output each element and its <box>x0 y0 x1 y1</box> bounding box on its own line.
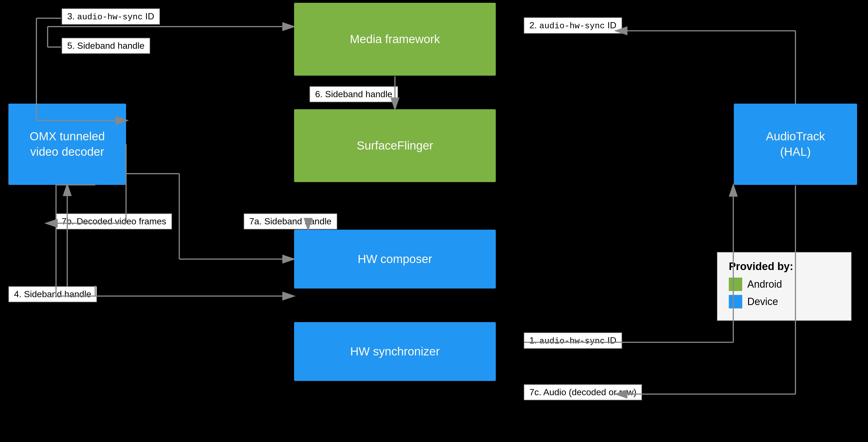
device-swatch <box>729 295 742 308</box>
label-7c-audio: 7c. Audio (decoded or raw) <box>524 384 642 400</box>
legend-title: Provided by: <box>729 260 840 273</box>
label-2-audio-hw-sync: 2. audio-hw-sync ID <box>524 18 622 34</box>
omx-label: OMX tunneledvideo decoder <box>30 129 105 159</box>
omx-block: OMX tunneledvideo decoder <box>8 104 126 185</box>
label-7b-decoded: 7b. Decoded video frames <box>56 214 172 229</box>
legend-device: Device <box>729 295 840 308</box>
surface-flinger-label: SurfaceFlinger <box>356 138 433 154</box>
android-label: Android <box>747 278 782 290</box>
device-label: Device <box>747 296 778 308</box>
hw-synchronizer-block: HW synchronizer <box>294 322 496 381</box>
hw-composer-label: HW composer <box>358 252 432 267</box>
label-6-sideband: 6. Sideband handle <box>310 86 398 102</box>
media-framework-block: Media framework <box>294 3 496 75</box>
label-4-sideband: 4. Sideband handle <box>8 286 97 302</box>
label-1-audio-hw-sync: 1. audio-hw-sync ID <box>524 333 622 349</box>
android-swatch <box>729 278 742 291</box>
legend-android: Android <box>729 278 840 291</box>
legend-box: Provided by: Android Device <box>717 252 851 321</box>
hw-composer-block: HW composer <box>294 230 496 288</box>
audio-track-label: AudioTrack(HAL) <box>766 129 825 159</box>
label-5-sideband: 5. Sideband handle <box>62 38 150 54</box>
label-3-audio-hw-sync: 3. audio-hw-sync ID <box>62 8 160 25</box>
surface-flinger-block: SurfaceFlinger <box>294 109 496 182</box>
hw-synchronizer-label: HW synchronizer <box>350 344 440 359</box>
media-framework-label: Media framework <box>350 32 440 47</box>
label-7a-sideband: 7a. Sideband handle <box>244 214 337 229</box>
audio-track-block: AudioTrack(HAL) <box>734 104 857 185</box>
